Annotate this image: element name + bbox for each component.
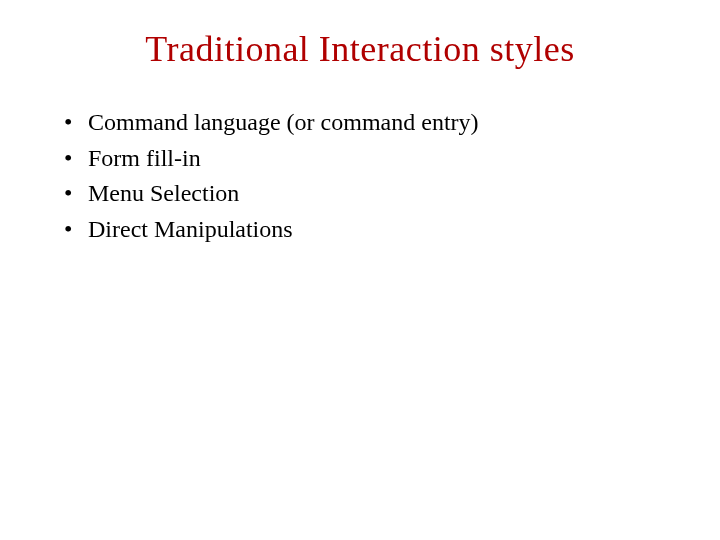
- slide-title: Traditional Interaction styles: [60, 28, 660, 70]
- bullet-text: Form fill-in: [88, 142, 660, 176]
- slide: Traditional Interaction styles • Command…: [0, 0, 720, 540]
- list-item: • Form fill-in: [64, 142, 660, 176]
- bullet-text: Menu Selection: [88, 177, 660, 211]
- bullet-text: Command language (or command entry): [88, 106, 660, 140]
- bullet-icon: •: [64, 106, 88, 140]
- bullet-list: • Command language (or command entry) • …: [60, 106, 660, 246]
- bullet-icon: •: [64, 142, 88, 176]
- bullet-icon: •: [64, 177, 88, 211]
- list-item: • Direct Manipulations: [64, 213, 660, 247]
- bullet-icon: •: [64, 213, 88, 247]
- list-item: • Command language (or command entry): [64, 106, 660, 140]
- list-item: • Menu Selection: [64, 177, 660, 211]
- bullet-text: Direct Manipulations: [88, 213, 660, 247]
